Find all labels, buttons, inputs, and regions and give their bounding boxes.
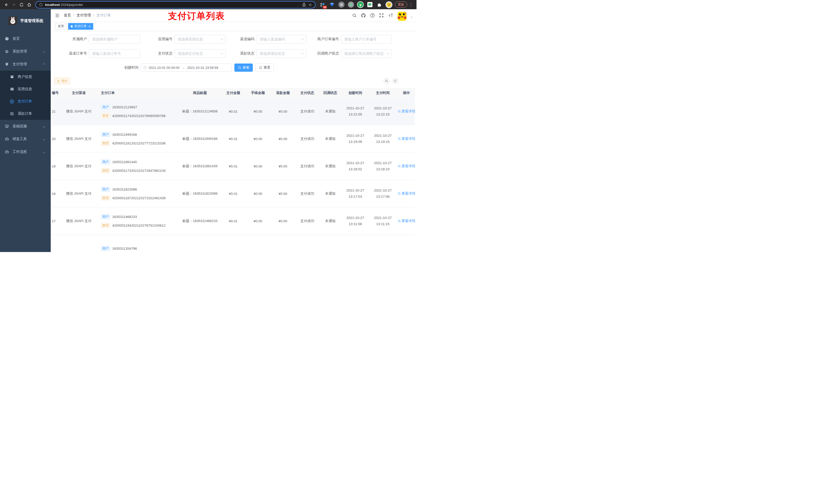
user-avatar[interactable] — [398, 12, 406, 21]
table-row: 商户 1635311354796 支付 — [52, 235, 415, 252]
sidebar-item-payment[interactable]: ¥ 支付管理 — [0, 58, 51, 71]
home-icon[interactable] — [26, 1, 33, 8]
merchant-order-line: 商户 1635311881440 — [101, 159, 178, 164]
blocker-extension-icon[interactable]: 10 — [319, 1, 326, 8]
url-bar[interactable]: localhost:1024/pay/order ☆ — [35, 1, 315, 8]
back-icon[interactable] — [3, 1, 10, 8]
chat-extension-icon[interactable] — [366, 1, 374, 8]
cell-create-time: 2021-10-2713:19:09 — [341, 133, 370, 145]
collapse-sidebar-icon[interactable] — [55, 13, 60, 18]
column-header: 支付时间 — [370, 90, 396, 96]
table-toolbar: 导出 — [54, 78, 416, 84]
channel-order-no-input[interactable] — [89, 49, 140, 58]
view-detail-link[interactable]: 查看详情 — [398, 219, 415, 223]
sidebar-item-refund-order[interactable]: 退款订单 — [0, 107, 51, 120]
search-button[interactable]: 搜索 — [234, 64, 253, 72]
column-header: 编号 — [52, 91, 60, 95]
sidebar-item-home[interactable]: 首页 — [0, 32, 51, 45]
cell-action: 查看详情 — [396, 164, 415, 169]
cell-channel: 微信 JSAPI 支付 — [60, 137, 97, 141]
red-annotation-title: 支付订单列表 — [168, 10, 225, 22]
cell-refund: ¥0.00 — [271, 192, 295, 196]
cell-amount: ¥0.01 — [221, 192, 245, 196]
briefcase-icon — [5, 150, 9, 154]
tab-home[interactable]: 首页 — [55, 23, 67, 30]
view-detail-link[interactable]: 查看详情 — [398, 109, 415, 114]
puzzle-extensions-icon[interactable] — [376, 1, 383, 8]
merchant-tag: 商户 — [101, 246, 110, 251]
fullscreen-icon[interactable] — [379, 13, 384, 18]
tab-close-icon[interactable]: × — [88, 25, 91, 28]
refresh-icon[interactable] — [392, 78, 398, 84]
cell-pay-time: 2021-10-2713:11:15 — [370, 215, 396, 227]
column-header: 支付订单 — [97, 91, 178, 95]
sidebar-item-dev-tools[interactable]: 研发工具 — [0, 133, 51, 145]
cell-title: 标题：1635311468233 — [178, 219, 221, 223]
export-button[interactable]: 导出 — [54, 78, 70, 84]
sidebar-item-infrastructure[interactable]: 基础设施 — [0, 120, 51, 133]
cell-notify-status: 未通知 — [319, 137, 341, 141]
font-size-icon[interactable] — [388, 13, 393, 18]
command-extension-icon[interactable]: ⌘ — [338, 1, 345, 8]
reload-icon[interactable] — [18, 1, 25, 8]
emoji-profile-icon[interactable] — [385, 1, 393, 8]
browser-menu-icon[interactable]: ⋮ — [408, 2, 414, 7]
merchant-select-input[interactable] — [89, 35, 140, 44]
breadcrumb-home[interactable]: 首页 — [64, 13, 71, 18]
forward-icon[interactable] — [10, 1, 18, 8]
table-body: 21 微信 JSAPI 支付 商户 1635312124657 支付 42000… — [52, 98, 415, 252]
y-extension-icon[interactable]: y — [357, 1, 364, 8]
pay-order-line: 支付 4200001194202110276752100612 — [101, 223, 178, 228]
pay-status-select[interactable] — [174, 49, 226, 58]
shop-icon — [10, 75, 14, 79]
sidebar-item-merchant-info[interactable]: 商户信息 — [0, 71, 51, 83]
merchant-tag: 商户 — [101, 104, 110, 110]
help-icon[interactable]: ? — [370, 13, 375, 18]
payment-submenu: 商户信息 应用信息 支付订单 退款订单 — [0, 71, 51, 120]
recorder-extension-icon[interactable] — [347, 1, 355, 8]
cell-pay-status: 支付成功 — [295, 164, 319, 169]
sidebar-item-system[interactable]: ⚙ 系统管理 — [0, 45, 51, 58]
clock-icon — [143, 66, 147, 69]
hide-search-icon[interactable] — [384, 78, 389, 84]
notify-status-select[interactable] — [341, 49, 392, 58]
pay-order-no: 4200001174202110278060590766 — [112, 114, 165, 118]
document-icon — [10, 112, 14, 116]
info-icon[interactable] — [39, 3, 43, 7]
merchant-order-no: 1635311881440 — [112, 160, 137, 164]
github-icon[interactable] — [361, 13, 366, 18]
pay-order-no: 4200001181202110277723215336 — [112, 141, 165, 145]
refund-status-select[interactable] — [256, 49, 306, 58]
tags-view-bar: 首页 支付订单 × — [51, 22, 416, 31]
browser-update-button[interactable]: 更新 — [395, 2, 407, 8]
view-detail-link[interactable]: 查看详情 — [398, 191, 415, 196]
merchant-order-no: 1635311949168 — [112, 133, 137, 137]
channel-code-select[interactable] — [256, 35, 306, 44]
breadcrumb-payment[interactable]: 支付管理 — [77, 13, 91, 18]
pay-order-line: 支付 4200001174202110278060590766 — [101, 113, 178, 118]
reset-button[interactable]: 重置 — [255, 64, 274, 72]
bookmark-star-icon[interactable]: ☆ — [308, 2, 312, 7]
svg-text:?: ? — [372, 14, 373, 17]
share-icon[interactable] — [302, 3, 306, 7]
gem-extension-icon[interactable] — [328, 1, 336, 8]
merchant-order-line: 商户 1635311354796 — [101, 246, 178, 251]
avatar-caret-icon[interactable]: ▾ — [411, 16, 412, 19]
dashboard-icon — [5, 37, 9, 41]
browser-toolbar: localhost:1024/pay/order ☆ 10 ⌘ y — [0, 0, 416, 9]
create-time-range-picker[interactable]: 2021-10-01 00:00:00 - 2021-10-31 23:59:5… — [141, 64, 232, 72]
merchant-tag: 商户 — [101, 132, 110, 137]
cell-action: 查看详情 — [396, 219, 415, 223]
date-end: 2021-10-31 23:59:59 — [187, 66, 218, 70]
pay-order-table: 编号 支付渠道 支付订单 商品标题 支付金额 手续金额 退款金额 支付状态 回调… — [52, 88, 415, 252]
sidebar-item-pay-order[interactable]: 支付订单 — [0, 95, 51, 107]
merchant-order-no-input[interactable] — [341, 35, 392, 44]
sidebar-item-workflow[interactable]: 工作流程 — [0, 145, 51, 158]
view-detail-link[interactable]: 查看详情 — [398, 164, 415, 169]
cell-fee: ¥0.00 — [245, 110, 271, 114]
tab-pay-order[interactable]: 支付订单 × — [68, 23, 93, 30]
app-id-select[interactable] — [174, 35, 226, 44]
sidebar-item-app-info[interactable]: 应用信息 — [0, 83, 51, 95]
view-detail-link[interactable]: 查看详情 — [398, 137, 415, 141]
search-icon[interactable] — [352, 13, 357, 18]
